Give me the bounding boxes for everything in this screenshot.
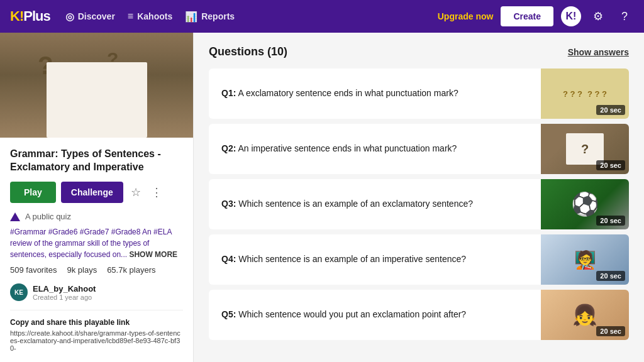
header-right: Upgrade now Create K! ⚙ ? [438, 6, 634, 26]
sidebar-cover-image: ? ? ? ? ? [0, 33, 193, 138]
question-timer-q5: 20 sec [596, 326, 625, 336]
nav-reports[interactable]: 📊 Reports [185, 11, 235, 23]
user-avatar[interactable]: K! [561, 6, 581, 26]
players-count: 65.7k players [107, 265, 155, 275]
content-area: Questions (10) Show answers Q1: A exclam… [194, 33, 644, 362]
nav-reports-label: Reports [201, 11, 235, 21]
question-body-q4: Which sentence is an example of an imper… [238, 254, 466, 264]
logo[interactable]: K!Plus [10, 8, 50, 25]
quiz-stats: 509 favorites 9k plays 65.7k players [10, 265, 183, 275]
question-card-q4[interactable]: Q4: Which sentence is an example of an i… [209, 234, 629, 285]
questions-title: Questions (10) [209, 45, 287, 58]
question-timer-q2: 20 sec [596, 160, 625, 170]
reports-icon: 📊 [185, 11, 197, 23]
favorites-count: 509 favorites [10, 265, 57, 275]
show-more-button[interactable]: SHOW MORE [129, 250, 177, 259]
question-label-q4: Q4: [221, 254, 236, 264]
book-cover [47, 62, 147, 138]
question-text-area-q4: Q4: Which sentence is an example of an i… [209, 234, 541, 285]
main-layout: ? ? ? ? ? Grammar: Types of Sentences - … [0, 33, 644, 362]
question-thumb-q4: 🧑‍🏫 20 sec [541, 234, 629, 285]
question-timer-q1: 20 sec [596, 105, 625, 115]
question-text-area-q1: Q1: A exclamatory sentence ends in what … [209, 69, 541, 119]
thumb-icon: ? ? ? [563, 89, 582, 99]
author-avatar: KE [10, 283, 28, 301]
quiz-tags: #Grammar #Grade6 #Grade7 #Grade8 An #ELA… [10, 226, 183, 260]
sidebar: ? ? ? ? ? Grammar: Types of Sentences - … [0, 33, 194, 362]
question-body-q5: Which sentence would you put an exclamat… [238, 309, 466, 319]
question-timer-q3: 20 sec [596, 216, 625, 226]
question-thumb-q2: ? 20 sec [541, 124, 629, 174]
more-options-button[interactable]: ⋮ [148, 183, 165, 202]
arrow-up-icon [10, 212, 20, 221]
soccer-ball-icon: ⚽ [571, 191, 599, 217]
share-label: Copy and share this playable link [10, 318, 183, 327]
nav-discover-label: Discover [78, 11, 115, 21]
question-text-area-q2: Q2: An imperative sentence ends in what … [209, 124, 541, 174]
quiz-title: Grammar: Types of Sentences - Exclamator… [10, 148, 183, 174]
question-label-q1: Q1: [221, 88, 236, 98]
author-info: ELA_by_Kahoot Created 1 year ago [33, 284, 96, 301]
main-nav: ◎ Discover ≡ Kahoots 📊 Reports [65, 11, 423, 23]
plays-count: 9k plays [67, 265, 97, 275]
nav-kahoots-label: Kahoots [137, 11, 172, 21]
question-text-q4: Q4: Which sentence is an example of an i… [221, 253, 466, 266]
question-text-area-q3: Q3: Which sentence is an example of an e… [209, 179, 541, 229]
upgrade-button[interactable]: Upgrade now [438, 11, 494, 21]
question-thumb-q3: ⚽ 20 sec [541, 179, 629, 229]
play-button[interactable]: Play [10, 182, 56, 203]
logo-k: K! [10, 8, 23, 24]
question-label-q3: Q3: [221, 199, 236, 209]
create-button[interactable]: Create [501, 6, 553, 26]
content-header: Questions (10) Show answers [209, 45, 629, 58]
sidebar-content: Grammar: Types of Sentences - Exclamator… [0, 138, 193, 362]
settings-icon[interactable]: ⚙ [589, 7, 608, 26]
question-thumb-q1: ? ? ? ? ? ? 20 sec [541, 69, 629, 119]
favorite-button[interactable]: ☆ [128, 183, 143, 202]
challenge-button[interactable]: Challenge [61, 182, 123, 203]
nav-discover[interactable]: ◎ Discover [65, 11, 115, 23]
question-card-q2[interactable]: Q2: An imperative sentence ends in what … [209, 124, 629, 174]
nav-kahoots[interactable]: ≡ Kahoots [128, 11, 172, 22]
question-timer-q4: 20 sec [596, 271, 625, 281]
author-row: KE ELA_by_Kahoot Created 1 year ago [10, 283, 183, 301]
thumb-icon-2: ? ? ? [587, 89, 607, 99]
question-label-q5: Q5: [221, 309, 236, 319]
classroom-icon: 🧑‍🏫 [574, 250, 596, 270]
question-card-q5[interactable]: Q5: Which sentence would you put an excl… [209, 290, 629, 340]
quiz-type-label: A public quiz [25, 212, 71, 221]
kahoots-icon: ≡ [128, 11, 133, 22]
question-text-q5: Q5: Which sentence would you put an excl… [221, 309, 466, 321]
sidebar-actions: Play Challenge ☆ ⋮ [10, 182, 183, 203]
question-body-q1: A exclamatory sentence ends in what punc… [238, 88, 458, 98]
share-link[interactable]: https://create.kahoot.it/share/grammar-t… [10, 329, 183, 352]
author-created-time: Created 1 year ago [33, 293, 96, 301]
question-body-q2: An imperative sentence ends in what punc… [238, 143, 457, 153]
discover-icon: ◎ [65, 11, 74, 23]
show-answers-button[interactable]: Show answers [568, 47, 629, 57]
question-text-q3: Q3: Which sentence is an example of an e… [221, 198, 473, 211]
question-card-q3[interactable]: Q3: Which sentence is an example of an e… [209, 179, 629, 229]
question-card-q1[interactable]: Q1: A exclamatory sentence ends in what … [209, 69, 629, 119]
help-icon[interactable]: ? [615, 7, 634, 26]
k-icon-label: K! [566, 11, 577, 22]
cover-visual: ? ? ? ? ? [0, 33, 193, 138]
header: K!Plus ◎ Discover ≡ Kahoots 📊 Reports Up… [0, 0, 644, 33]
question-body-q3: Which sentence is an example of an excla… [238, 199, 473, 209]
quiz-type: A public quiz [10, 212, 183, 221]
logo-plus: Plus [23, 8, 50, 24]
author-name: ELA_by_Kahoot [33, 284, 96, 293]
question-thumb-q5: 👧 20 sec [541, 290, 629, 340]
share-section: Copy and share this playable link https:… [10, 310, 183, 352]
question-text-q2: Q2: An imperative sentence ends in what … [221, 143, 457, 155]
question-text-q1: Q1: A exclamatory sentence ends in what … [221, 87, 458, 100]
author-initials: KE [14, 289, 23, 296]
question-text-area-q5: Q5: Which sentence would you put an excl… [209, 290, 541, 340]
question-label-q2: Q2: [221, 143, 236, 153]
person-icon: 👧 [572, 303, 597, 327]
